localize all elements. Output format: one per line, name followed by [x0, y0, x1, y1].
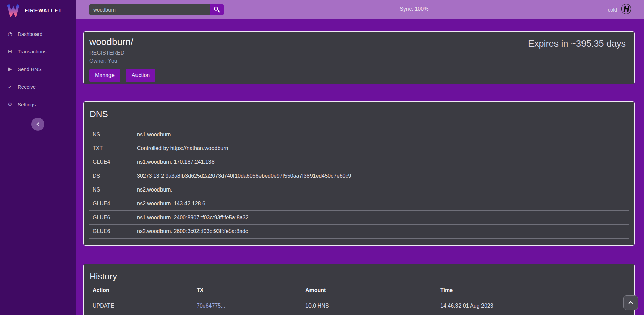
dns-card: DNS NS ns1.woodburn. TXT Controlled by h…	[83, 101, 635, 246]
history-action: UPDATE	[93, 303, 197, 309]
dns-record-type: TXT	[93, 145, 137, 151]
wallet-name: cold	[608, 7, 617, 13]
dns-table: NS ns1.woodburn. TXT Controlled by https…	[89, 128, 629, 239]
dns-record-row: NS ns1.woodburn.	[89, 128, 629, 141]
manage-button[interactable]: Manage	[89, 69, 120, 82]
sync-status: Sync: 100%	[400, 6, 428, 12]
sidebar-item-receive[interactable]: ↙ Receive	[0, 78, 76, 95]
dns-record-value: ns1.woodburn.	[137, 132, 172, 138]
dns-record-type: GLUE4	[93, 159, 137, 165]
sidebar-item-dashboard[interactable]: ◔ Dashboard	[0, 25, 76, 43]
domain-expiry: Expires in ~395.35 days	[528, 39, 626, 49]
search-button[interactable]	[210, 4, 224, 15]
sidebar: FIREWALLET ◔ Dashboard ⊞ Transactions ▶ …	[0, 0, 76, 315]
scroll-to-top-button[interactable]	[623, 295, 638, 310]
history-col-time: Time	[440, 287, 625, 293]
history-table-header: Action TX Amount Time	[89, 282, 629, 299]
dns-record-type: GLUE6	[93, 215, 137, 221]
history-card: History Action TX Amount Time UPDATE 70e…	[83, 264, 635, 315]
transactions-icon: ⊞	[7, 48, 14, 54]
auction-button[interactable]: Auction	[126, 69, 155, 82]
topbar: Sync: 100% cold	[76, 0, 644, 19]
dns-card-title: DNS	[89, 106, 629, 119]
history-row: RENEW d72c5e44... 10.0 HNS 15:17:36 07 F…	[89, 313, 629, 315]
search-input[interactable]	[89, 4, 210, 15]
sidebar-item-settings[interactable]: ⚙ Settings	[0, 95, 76, 113]
firewallet-w-logo-icon	[6, 2, 20, 18]
dns-record-value: ns1.woodburn. 170.187.241.138	[137, 159, 215, 165]
dns-record-row: GLUE6 ns1.woodburn. 2400:8907::f03c:93ff…	[89, 211, 629, 225]
sidebar-collapse-button[interactable]	[31, 118, 44, 131]
settings-icon: ⚙	[7, 101, 14, 107]
history-amount: 10.0 HNS	[305, 303, 440, 309]
domain-card: woodburn/ REGISTERED Owner: You Manage A…	[83, 31, 635, 84]
wallet-selector[interactable]: cold	[608, 0, 632, 19]
dns-record-row: GLUE6 ns2.woodburn. 2600:3c02::f03c:93ff…	[89, 225, 629, 239]
dashboard-icon: ◔	[7, 31, 14, 37]
dns-record-value: ns1.woodburn. 2400:8907::f03c:93ff:fe5a:…	[137, 215, 249, 221]
handshake-icon	[621, 3, 632, 16]
sidebar-item-transactions[interactable]: ⊞ Transactions	[0, 43, 76, 60]
dns-record-value: Controlled by https://nathan.woodburn	[137, 145, 228, 151]
brand-logo: FIREWALLET	[0, 0, 76, 20]
history-col-action: Action	[93, 287, 197, 293]
sidebar-item-label: Settings	[18, 102, 36, 107]
receive-icon: ↙	[7, 84, 14, 90]
domain-actions: Manage Auction	[89, 69, 629, 82]
dns-record-type: NS	[93, 187, 137, 193]
dns-record-value: ns2.woodburn. 2600:3c02::f03c:93ff:fe5a:…	[137, 228, 248, 234]
sidebar-nav: ◔ Dashboard ⊞ Transactions ▶ Send HNS ↙ …	[0, 25, 76, 113]
history-row: UPDATE 70e64775... 10.0 HNS 14:46:32 01 …	[89, 299, 629, 313]
send-icon: ▶	[7, 66, 14, 72]
history-col-amount: Amount	[305, 287, 440, 293]
domain-status: REGISTERED	[89, 50, 629, 56]
dns-record-type: DS	[93, 173, 137, 179]
brand-name: FIREWALLET	[25, 7, 62, 13]
search-icon	[214, 7, 218, 11]
search-box	[89, 4, 224, 15]
dns-record-row: TXT Controlled by https://nathan.woodbur…	[89, 141, 629, 155]
tx-link[interactable]: 70e64775...	[197, 303, 225, 309]
sidebar-item-label: Dashboard	[18, 31, 42, 37]
main-content: Sync: 100% cold woodburn/ REGISTERED Own…	[76, 0, 644, 315]
sidebar-item-label: Transactions	[18, 49, 46, 54]
dns-record-value: ns2.woodburn. 143.42.128.6	[137, 201, 205, 207]
dns-record-row: GLUE4 ns1.woodburn. 170.187.241.138	[89, 155, 629, 169]
chevron-left-icon	[36, 122, 41, 127]
sidebar-item-label: Send HNS	[18, 66, 42, 72]
dns-record-type: NS	[93, 132, 137, 138]
chevron-up-icon	[628, 301, 633, 306]
domain-owner: Owner: You	[89, 58, 629, 64]
dns-record-type: GLUE6	[93, 228, 137, 234]
dns-record-value: 30273 13 2 9a3a8fb3d625d2a2073d740f10da6…	[137, 173, 351, 179]
dns-record-row: GLUE4 ns2.woodburn. 143.42.128.6	[89, 197, 629, 211]
history-time: 14:46:32 01 Aug 2023	[440, 303, 625, 309]
sidebar-item-send-hns[interactable]: ▶ Send HNS	[0, 60, 76, 78]
dns-record-value: ns2.woodburn.	[137, 187, 172, 193]
dns-record-row: DS 30273 13 2 9a3a8fb3d625d2a2073d740f10…	[89, 169, 629, 183]
history-card-title: History	[89, 269, 629, 282]
history-col-tx: TX	[197, 287, 305, 293]
dns-record-type: GLUE4	[93, 201, 137, 207]
dns-record-row: NS ns2.woodburn.	[89, 183, 629, 197]
sidebar-item-label: Receive	[18, 84, 36, 90]
